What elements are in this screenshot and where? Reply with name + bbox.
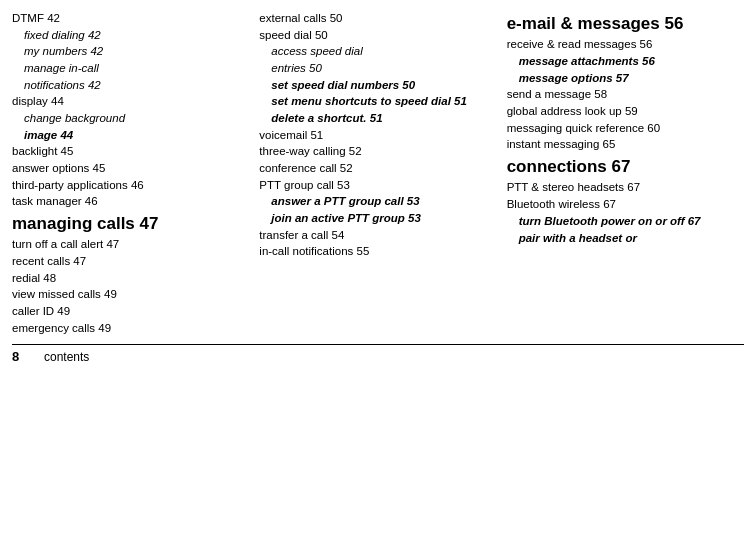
column-col2: external calls 50speed dial 50access spe… <box>259 10 506 336</box>
list-item: PTT & stereo headsets 67 <box>507 179 744 196</box>
list-item: voicemail 51 <box>259 127 496 144</box>
list-item: third-party applications 46 <box>12 177 249 194</box>
list-item: recent calls 47 <box>12 253 249 270</box>
column-col3: e-mail & messages 56receive & read messa… <box>507 10 744 336</box>
list-item: in-call notifications 55 <box>259 243 496 260</box>
list-item: entries 50 <box>259 60 496 77</box>
list-item: e-mail & messages 56 <box>507 14 744 34</box>
list-item: send a message 58 <box>507 86 744 103</box>
column-col1: DTMF 42fixed dialing 42my numbers 42mana… <box>12 10 259 336</box>
list-item: conference call 52 <box>259 160 496 177</box>
list-item: connections 67 <box>507 157 744 177</box>
page-number: 8 <box>12 349 32 364</box>
list-item: receive & read messages 56 <box>507 36 744 53</box>
list-item: set menu shortcuts to speed dial 51 <box>259 93 496 110</box>
list-item: manage in-call <box>12 60 249 77</box>
list-item: message options 57 <box>507 70 744 87</box>
list-item: delete a shortcut. 51 <box>259 110 496 127</box>
list-item: pair with a headset or <box>507 230 744 247</box>
page-footer: 8 contents <box>12 344 744 364</box>
main-columns: DTMF 42fixed dialing 42my numbers 42mana… <box>12 10 744 336</box>
page-layout: DTMF 42fixed dialing 42my numbers 42mana… <box>12 10 744 364</box>
list-item: transfer a call 54 <box>259 227 496 244</box>
list-item: display 44 <box>12 93 249 110</box>
list-item: Bluetooth wireless 67 <box>507 196 744 213</box>
list-item: notifications 42 <box>12 77 249 94</box>
list-item: my numbers 42 <box>12 43 249 60</box>
list-item: instant messaging 65 <box>507 136 744 153</box>
list-item: turn Bluetooth power on or off 67 <box>507 213 744 230</box>
list-item: set speed dial numbers 50 <box>259 77 496 94</box>
list-item: turn off a call alert 47 <box>12 236 249 253</box>
footer-label: contents <box>44 350 89 364</box>
list-item: view missed calls 49 <box>12 286 249 303</box>
list-item: fixed dialing 42 <box>12 27 249 44</box>
list-item: messaging quick reference 60 <box>507 120 744 137</box>
list-item: emergency calls 49 <box>12 320 249 337</box>
list-item: speed dial 50 <box>259 27 496 44</box>
list-item: message attachments 56 <box>507 53 744 70</box>
list-item: join an active PTT group 53 <box>259 210 496 227</box>
list-item: task manager 46 <box>12 193 249 210</box>
list-item: answer options 45 <box>12 160 249 177</box>
list-item: redial 48 <box>12 270 249 287</box>
list-item: external calls 50 <box>259 10 496 27</box>
list-item: answer a PTT group call 53 <box>259 193 496 210</box>
list-item: DTMF 42 <box>12 10 249 27</box>
list-item: image 44 <box>12 127 249 144</box>
list-item: change background <box>12 110 249 127</box>
list-item: global address look up 59 <box>507 103 744 120</box>
list-item: backlight 45 <box>12 143 249 160</box>
list-item: PTT group call 53 <box>259 177 496 194</box>
list-item: managing calls 47 <box>12 214 249 234</box>
list-item: three-way calling 52 <box>259 143 496 160</box>
list-item: access speed dial <box>259 43 496 60</box>
list-item: caller ID 49 <box>12 303 249 320</box>
